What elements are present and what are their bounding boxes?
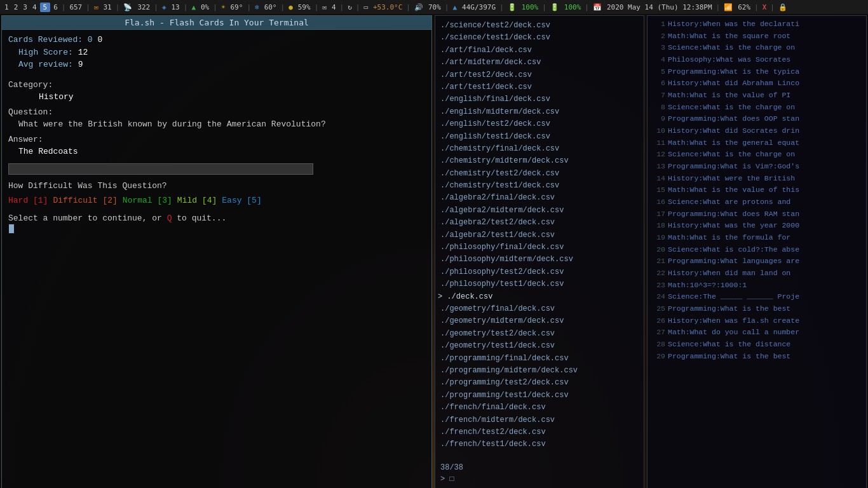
workspace-5-active[interactable]: 5 xyxy=(40,3,51,12)
workspace-6[interactable]: 6 xyxy=(51,3,60,11)
log-item: 11Math:What is the general equat xyxy=(650,137,864,149)
file-item[interactable]: ./philosophy/final/deck.csv xyxy=(438,241,641,254)
file-item[interactable]: ./programming/test2/deck.csv xyxy=(438,377,641,389)
file-item[interactable]: ./philosophy/test1/deck.csv xyxy=(438,278,641,290)
x-label: X xyxy=(761,3,769,11)
answer-text: The Redcoats xyxy=(18,147,78,156)
refresh-icon: ↻ xyxy=(346,3,354,11)
log-item: 9Programming:What does OOP stan xyxy=(650,113,864,125)
terminal-title: Fla.sh - Flash Cards In Your Terminal xyxy=(125,18,309,27)
file-item[interactable]: ./algebra2/test2/deck.csv xyxy=(438,217,641,229)
network-icon: ▲ xyxy=(451,3,459,11)
workspace-3[interactable]: 3 xyxy=(21,3,29,11)
difficulty-hard[interactable]: Hard [1] xyxy=(8,194,48,207)
file-item[interactable]: ./french/test1/deck.csv xyxy=(438,438,641,451)
file-item[interactable]: ./science/test1/deck.csv xyxy=(438,32,641,44)
difficulty-difficult[interactable]: Difficult [2] xyxy=(53,194,117,207)
question-text-row: What were the British known by during th… xyxy=(8,118,425,131)
log-item: 16Science:What are protons and xyxy=(650,196,864,208)
log-item: 21Programming:What languages are xyxy=(650,255,864,268)
log-item: 26History:When was fla.sh create xyxy=(650,315,864,327)
sun-icon: ☀ xyxy=(219,3,227,11)
file-item[interactable]: ./algebra2/test1/deck.csv xyxy=(438,229,641,241)
batt2-icon: 🔋 xyxy=(548,3,561,11)
file-item[interactable]: ./science/test2/deck.csv xyxy=(438,20,641,32)
file-list-panel: ./science/test2/deck.csv ./science/test1… xyxy=(435,15,644,488)
log-item: 1History:When was the declarati xyxy=(650,18,864,30)
log-item: 24Science:The _____ ______ Proje xyxy=(650,291,864,303)
file-item[interactable]: ./chemistry/final/deck.csv xyxy=(438,143,641,155)
cards-reviewed-value: 0 xyxy=(97,35,102,44)
cursor-line xyxy=(8,224,425,233)
log-item: 17Programming:What does RAM stan xyxy=(650,208,864,220)
file-item[interactable]: ./art/final/deck.csv xyxy=(438,44,641,57)
file-item[interactable]: ./english/test1/deck.csv xyxy=(438,131,641,143)
file-item[interactable]: ./algebra2/final/deck.csv xyxy=(438,192,641,204)
category-value: History xyxy=(39,92,74,102)
file-item[interactable]: > ./deck.csv xyxy=(438,291,641,303)
log-panel: 1History:When was the declarati2Math:Wha… xyxy=(647,15,867,488)
category-row: Category: xyxy=(8,79,425,92)
workspace-2[interactable]: 2 xyxy=(12,3,20,11)
file-item[interactable]: ./philosophy/test2/deck.csv xyxy=(438,266,641,278)
file-item[interactable]: ./chemistry/test2/deck.csv xyxy=(438,168,641,180)
difficulty-normal[interactable]: Normal [3] xyxy=(123,194,172,207)
statusbar: 1 2 3 4 5 6 | 657 | ✉ 31 | 📡 322 | ◈ 13 … xyxy=(0,0,868,14)
avg-review-value: 9 xyxy=(78,60,83,69)
log-item: 18History:What was the year 2000 xyxy=(650,220,864,232)
log-item: 3Science:What is the charge on xyxy=(650,42,864,54)
workspace-1[interactable]: 1 xyxy=(3,3,11,11)
file-item[interactable]: ./art/midterm/deck.csv xyxy=(438,57,641,69)
file-item[interactable]: ./english/test2/deck.csv xyxy=(438,118,641,130)
log-item: 23Math:10^3=?:1000:1 xyxy=(650,280,864,292)
log-item: 2Math:What is the square root xyxy=(650,30,864,43)
continue-text-suffix: to quit... xyxy=(172,214,226,223)
monitor-icon: ▭ xyxy=(362,3,370,11)
file-item[interactable]: ./algebra2/midterm/deck.csv xyxy=(438,205,641,217)
file-item[interactable]: ./chemistry/test1/deck.csv xyxy=(438,180,641,192)
file-item[interactable]: ./programming/final/deck.csv xyxy=(438,353,641,365)
log-item: 4Philosophy:What was Socrates xyxy=(650,54,864,66)
workspace-4[interactable]: 4 xyxy=(31,3,39,11)
log-item: 29Programming:What is the best xyxy=(650,351,864,363)
file-item[interactable]: ./french/test2/deck.csv xyxy=(438,426,641,438)
file-item[interactable]: ./geometry/midterm/deck.csv xyxy=(438,315,641,327)
rss-count: 322 xyxy=(135,3,152,11)
difficulty-mild[interactable]: Mild [4] xyxy=(177,194,217,207)
cube-icon: ◈ xyxy=(160,3,168,11)
file-item[interactable]: ./programming/midterm/deck.csv xyxy=(438,365,641,377)
arrow-pct: 0% xyxy=(199,3,211,11)
main-area: Fla.sh - Flash Cards In Your Terminal Ca… xyxy=(0,14,868,488)
difficulty-options: Hard [1] Difficult [2] Normal [3] Mild [… xyxy=(8,194,425,207)
high-score-label: High Score: xyxy=(18,48,73,57)
file-item[interactable]: ./art/test2/deck.csv xyxy=(438,69,641,81)
cursor-block xyxy=(9,224,14,233)
file-item[interactable]: ./english/midterm/deck.csv xyxy=(438,106,641,118)
file-item[interactable]: ./chemistry/midterm/deck.csv xyxy=(438,155,641,167)
file-item[interactable]: ./art/test1/deck.csv xyxy=(438,81,641,93)
log-item: 8Science:What is the charge on xyxy=(650,102,864,114)
file-item[interactable]: ./geometry/test1/deck.csv xyxy=(438,340,641,352)
file-item[interactable]: ./french/midterm/deck.csv xyxy=(438,414,641,426)
batt2: 100% xyxy=(562,3,583,11)
terminal-content: Cards Reviewed: 0 0 High Score: 12 Avg r… xyxy=(2,30,431,488)
question-row: Question: xyxy=(8,106,425,119)
file-item[interactable]: ./french/final/deck.csv xyxy=(438,402,641,414)
file-item[interactable]: ./geometry/test2/deck.csv xyxy=(438,328,641,340)
circle-icon: ● xyxy=(287,3,295,11)
file-item[interactable]: ./geometry/final/deck.csv xyxy=(438,303,641,315)
difficulty-easy[interactable]: Easy [5] xyxy=(222,194,261,207)
answer-label: Answer: xyxy=(8,135,43,144)
log-item: 25Programming:What is the best xyxy=(650,303,864,315)
file-item[interactable]: ./english/final/deck.csv xyxy=(438,93,641,105)
file-item[interactable]: ./philosophy/midterm/deck.csv xyxy=(438,254,641,266)
temp-f: 69° xyxy=(229,3,245,11)
file-item[interactable]: ./programming/test1/deck.csv xyxy=(438,390,641,402)
cube-count: 13 xyxy=(170,3,182,11)
wifi-icon: 📶 xyxy=(722,3,735,11)
rss-icon: 📡 xyxy=(121,3,134,11)
envelope-icon: ✉ xyxy=(320,3,329,11)
stats-row-high: High Score: 12 xyxy=(8,46,425,59)
log-item: 15Math:What is the value of this xyxy=(650,184,864,196)
log-item: 20Science:What is cold?:The abse xyxy=(650,244,864,256)
